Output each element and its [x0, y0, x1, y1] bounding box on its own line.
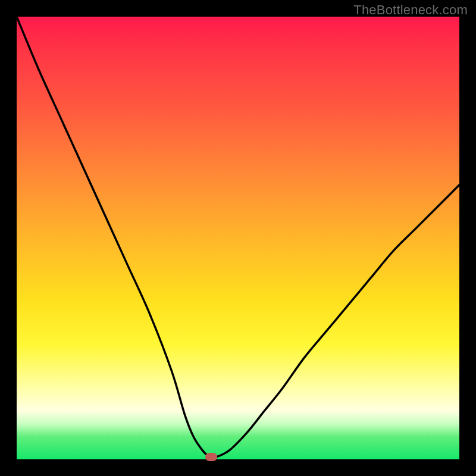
plot-area — [17, 17, 459, 459]
optimum-marker — [205, 453, 217, 461]
chart-frame: TheBottleneck.com — [0, 0, 476, 476]
watermark-text: TheBottleneck.com — [353, 2, 468, 18]
bottleneck-curve — [17, 17, 459, 459]
